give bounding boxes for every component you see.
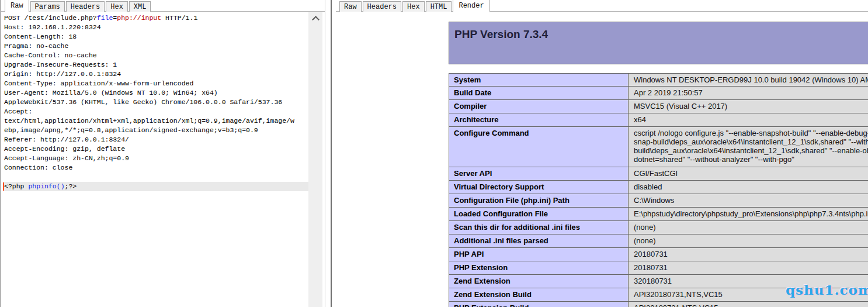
phpinfo-row: PHP Extension20180731	[449, 261, 868, 275]
request-line: Referer: http://127.0.0.1:8324/	[4, 135, 308, 144]
request-line: Host: 192.168.1.220:8324	[4, 23, 308, 32]
request-text-segment: Accept:	[4, 108, 32, 115]
window-left-border	[0, 0, 1, 307]
request-panel: RawParamsHeadersHexXML POST /test/includ…	[1, 0, 325, 307]
phpinfo-row-value: API20180731,NTS,VC15	[629, 302, 868, 307]
request-line: User-Agent: Mozilla/5.0 (Windows NT 10.0…	[4, 88, 308, 98]
request-line: Accept:	[4, 107, 308, 116]
request-text-segment: file	[97, 14, 113, 22]
phpinfo-row-label: Configure Command	[449, 127, 629, 167]
phpinfo-row: PHP API20180731	[449, 248, 868, 261]
phpinfo-row-value: disabled	[629, 181, 868, 194]
phpinfo-row-label: Scan this dir for additional .ini files	[449, 221, 629, 234]
request-line: Upgrade-Insecure-Requests: 1	[4, 60, 308, 70]
request-text-segment: HTTP/1.1	[161, 14, 197, 22]
request-scrollbar[interactable]	[308, 12, 322, 307]
text-cursor	[3, 182, 4, 191]
request-line: text/html,application/xhtml+xml,applicat…	[4, 116, 308, 126]
request-text-segment: ;?>	[65, 182, 77, 190]
request-line: Accept-Encoding: gzip, deflate	[4, 144, 308, 154]
phpinfo-row-label: PHP Extension Build	[449, 302, 629, 307]
request-text-segment: Referer: http://127.0.0.1:8324/	[4, 136, 129, 143]
request-text-segment: ebp,image/apng,*/*;q=0.8,application/sig…	[4, 126, 258, 134]
phpinfo-row-value: CGI/FastCGI	[629, 167, 868, 180]
response-panel: RawHeadersHexHTMLRender PHP Version 7.3.…	[336, 0, 868, 307]
phpinfo-row-label: Compiler	[449, 100, 629, 113]
request-tab-bar: RawParamsHeadersHexXML	[1, 0, 325, 12]
phpinfo-row-value: 20180731	[629, 261, 868, 274]
tab-headers[interactable]: Headers	[363, 1, 401, 12]
tab-hex[interactable]: Hex	[106, 1, 128, 12]
phpinfo-row: Configuration File (php.ini) PathC:\Wind…	[449, 194, 868, 208]
request-text-segment: POST /test/include.php?	[4, 14, 97, 22]
request-text-segment: Host: 192.168.1.220:8324	[4, 23, 101, 31]
phpinfo-row: SystemWindows NT DESKTOP-ERGD99J 10.0 bu…	[449, 73, 868, 87]
phpinfo-row-label: Configuration File (php.ini) Path	[449, 194, 629, 207]
scrollbar-up-icon[interactable]	[312, 16, 320, 23]
watermark: qshu1.com	[786, 282, 868, 298]
phpinfo-row-value: MSVC15 (Visual C++ 2017)	[629, 100, 868, 113]
phpinfo-table: SystemWindows NT DESKTOP-ERGD99J 10.0 bu…	[449, 73, 868, 307]
request-line: POST /test/include.php?file=php://input …	[4, 13, 308, 23]
request-text-segment: AppleWebKit/537.36 (KHTML, like Gecko) C…	[4, 98, 282, 106]
tab-html[interactable]: HTML	[426, 1, 452, 12]
phpinfo-row-label: Loaded Configuration File	[449, 208, 629, 220]
request-line: Connection: close	[4, 163, 308, 173]
request-text-segment: phpinfo()	[28, 182, 64, 190]
phpinfo-title: PHP Version 7.3.4	[454, 28, 868, 41]
phpinfo-row-value: (none)	[629, 221, 868, 234]
phpinfo-row: Server APICGI/FastCGI	[449, 167, 868, 181]
tab-hex[interactable]: Hex	[402, 1, 425, 12]
phpinfo-row: Loaded Configuration FileE:\phpstudy\dir…	[449, 208, 868, 221]
phpinfo-row-value: (none)	[629, 234, 868, 247]
phpinfo-row-label: Virtual Directory Support	[449, 181, 629, 194]
request-text-segment: Pragma: no-cache	[4, 42, 68, 50]
phpinfo-row-label: PHP Extension	[449, 261, 629, 274]
tab-params[interactable]: Params	[30, 1, 65, 12]
phpinfo-row-label: Build Date	[449, 87, 629, 99]
tab-headers[interactable]: Headers	[66, 1, 105, 12]
phpinfo-row: Build DateApr 2 2019 21:50:57	[449, 87, 868, 100]
phpinfo-row: Architecturex64	[449, 113, 868, 127]
phpinfo-row-label: Server API	[449, 167, 629, 180]
phpinfo-row-value: E:\phpstudy\directory\phpstudy_pro\Exten…	[629, 208, 868, 220]
request-text-segment: Upgrade-Insecure-Requests: 1	[4, 61, 117, 68]
tab-xml[interactable]: XML	[129, 1, 151, 12]
request-line: Content-Length: 18	[4, 32, 308, 42]
phpinfo-row: PHP Extension BuildAPI20180731,NTS,VC15	[449, 302, 868, 307]
request-text-segment: text/html,application/xhtml+xml,applicat…	[4, 117, 294, 125]
phpinfo-row-value: cscript /nologo configure.js "--enable-s…	[629, 127, 868, 167]
phpinfo-row: Additional .ini files parsed(none)	[449, 234, 868, 248]
phpinfo-row-label: Zend Extension Build	[449, 288, 629, 301]
request-line-highlighted: <?php phpinfo();?>	[4, 182, 308, 191]
request-text-segment: Accept-Language: zh-CN,zh;q=0.9	[4, 154, 129, 162]
request-text-segment: Connection: close	[4, 164, 72, 171]
tab-raw[interactable]: Raw	[5, 0, 29, 12]
phpinfo-row-label: System	[449, 74, 629, 86]
phpinfo-row-value: Windows NT DESKTOP-ERGD99J 10.0 build 19…	[629, 74, 868, 86]
request-line: Origin: http://127.0.0.1:8324	[4, 70, 308, 79]
phpinfo-row: Configure Commandcscript /nologo configu…	[449, 127, 868, 167]
phpinfo-row: Scan this dir for additional .ini files(…	[449, 221, 868, 234]
tab-raw[interactable]: Raw	[339, 1, 362, 12]
request-text-segment: Cache-Control: no-cache	[4, 51, 97, 59]
request-text-segment: Content-Length: 18	[4, 33, 77, 40]
request-text-segment: User-Agent: Mozilla/5.0 (Windows NT 10.0…	[4, 89, 218, 96]
request-text-segment: php://input	[117, 14, 161, 22]
request-text-segment: Content-Type: application/x-www-form-url…	[4, 80, 193, 87]
request-line: Pragma: no-cache	[4, 42, 308, 51]
phpinfo-row-label: Architecture	[449, 113, 629, 126]
request-text-segment: <?php	[4, 182, 28, 190]
phpinfo-row-label: Zend Extension	[449, 275, 629, 288]
response-tab-bar: RawHeadersHexHTMLRender	[336, 0, 868, 12]
phpinfo-row: CompilerMSVC15 (Visual C++ 2017)	[449, 100, 868, 113]
request-line	[4, 173, 308, 182]
request-text-segment: Origin: http://127.0.0.1:8324	[4, 70, 121, 78]
phpinfo-row-value: x64	[629, 113, 868, 126]
request-editor[interactable]: POST /test/include.php?file=php://input …	[4, 13, 310, 191]
panel-splitter[interactable]	[331, 0, 332, 307]
request-panel-border	[325, 0, 325, 307]
tab-render[interactable]: Render	[453, 0, 489, 12]
render-view: PHP Version 7.3.4 SystemWindows NT DESKT…	[336, 12, 868, 307]
phpinfo-row: Virtual Directory Supportdisabled	[449, 181, 868, 194]
